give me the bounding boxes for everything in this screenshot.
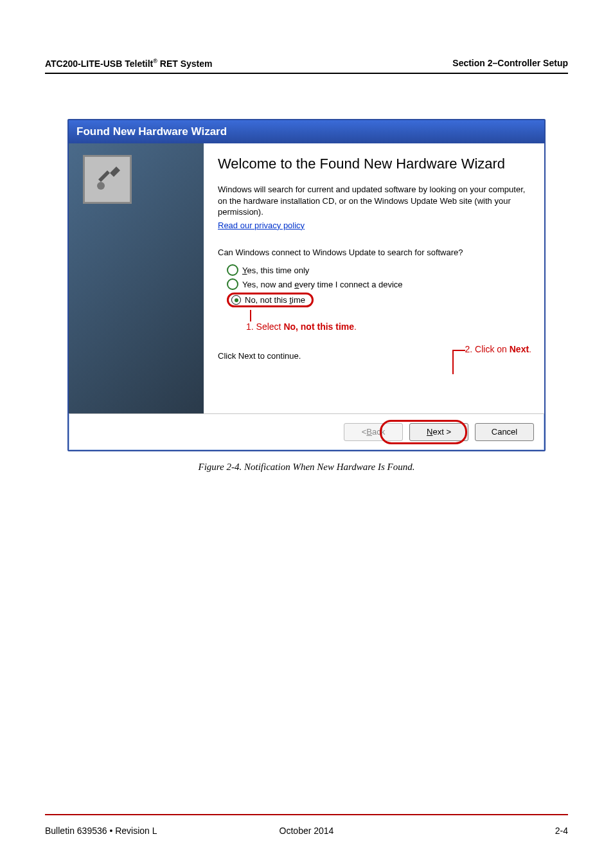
click-next-text: Click Next to continue.: [218, 351, 301, 361]
wizard-body: Welcome to the Found New Hardware Wizard…: [69, 143, 544, 413]
page-footer: Bulletin 639536 • Revision L October 201…: [45, 826, 568, 836]
header-left-suffix: RET System: [157, 59, 213, 69]
wizard-button-bar: < Back Next > Cancel: [69, 413, 544, 450]
wizard-side-image: [69, 143, 204, 413]
page-header: ATC200-LITE-USB Teletilt® RET System Sec…: [45, 58, 568, 74]
wizard-paragraph: Windows will search for current and upda…: [218, 184, 531, 218]
wizard-titlebar: Found New Hardware Wizard: [69, 120, 544, 143]
radio-icon-selected: [231, 295, 241, 305]
next-button[interactable]: Next >: [409, 423, 468, 441]
annotation-connector: [250, 310, 531, 321]
header-right: Section 2–Controller Setup: [452, 58, 568, 69]
registered-mark: ®: [153, 58, 157, 64]
radio-label: Yes, this time only: [242, 266, 309, 275]
privacy-policy-link[interactable]: Read our privacy policy: [218, 221, 305, 230]
header-left-product: ATC200-LITE-USB Teletilt: [45, 59, 153, 69]
annotation-ellipse-1: No, not this time: [227, 293, 314, 307]
radio-group: Yes, this time only Yes, now and every t…: [227, 264, 531, 332]
hardware-icon: [83, 155, 132, 204]
figure-caption: Figure 2-4. Notification When New Hardwa…: [45, 462, 568, 473]
radio-yes-always[interactable]: Yes, now and every time I connect a devi…: [227, 278, 531, 290]
footer-center: October 2014: [45, 826, 568, 836]
radio-no[interactable]: No, not this time: [227, 293, 531, 307]
back-button: < Back: [344, 423, 403, 441]
cancel-button[interactable]: Cancel: [475, 423, 534, 441]
radio-icon: [227, 278, 238, 290]
svg-point-0: [97, 182, 105, 190]
header-left: ATC200-LITE-USB Teletilt® RET System: [45, 58, 213, 69]
wizard-content: Welcome to the Found New Hardware Wizard…: [204, 143, 544, 413]
radio-yes-once[interactable]: Yes, this time only: [227, 264, 531, 276]
footer-rule: [45, 814, 568, 815]
wizard-window: Found New Hardware Wizard Welcome to the…: [67, 119, 546, 451]
annotation-1: 1. Select No, not this time.: [246, 321, 531, 332]
click-next-row: Click Next to continue. 2. Click on Next…: [218, 343, 531, 368]
wizard-question: Can Windows connect to Windows Update to…: [218, 247, 531, 258]
wizard-heading: Welcome to the Found New Hardware Wizard: [218, 155, 531, 173]
radio-icon: [227, 264, 238, 276]
radio-label: Yes, now and every time I connect a devi…: [242, 280, 403, 289]
radio-label: No, not this time: [245, 295, 305, 305]
annotation-connector-2: [452, 350, 465, 374]
annotation-2: 2. Click on Next.: [465, 344, 532, 354]
